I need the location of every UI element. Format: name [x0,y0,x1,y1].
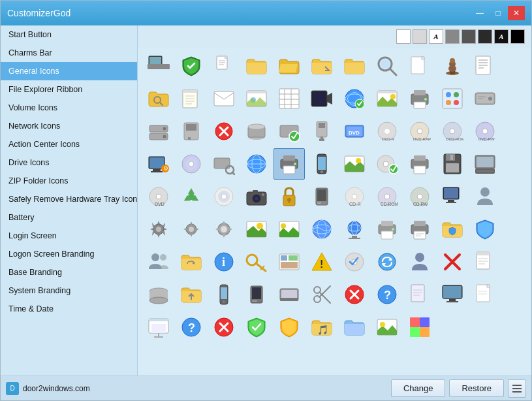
icon-folder-yellow[interactable] [241,50,272,82]
icon-dvd-rom[interactable]: DVD-ROM [437,116,468,147]
icon-photo6[interactable] [371,312,403,343]
change-button[interactable]: Change [391,379,446,397]
icon-music-folder[interactable]: 🎵 [306,312,337,343]
swatch-white[interactable] [396,29,411,44]
sidebar-item-general-icons[interactable]: General Icons [1,62,137,80]
icon-warning[interactable]: ! [306,246,337,278]
maximize-button[interactable]: □ [490,6,507,20]
swatch-darkest[interactable] [478,29,492,44]
close-button[interactable]: ✕ [508,6,525,20]
sidebar-item-login-screen[interactable]: Login Screen [1,227,137,245]
icon-person[interactable] [469,181,501,212]
icon-folder-sync[interactable] [176,246,207,278]
icon-hdd[interactable] [469,83,501,114]
icon-recycle[interactable] [176,181,207,212]
icon-document-lines[interactable] [469,50,501,82]
icon-dvd-ram[interactable]: DVD-RAM [404,116,435,147]
icon-padlock[interactable] [274,181,305,212]
icon-folder-shield[interactable] [437,214,468,245]
icon-document2[interactable] [469,246,501,278]
icon-person2[interactable] [404,246,435,278]
swatch-light-gray[interactable] [413,29,427,44]
restore-button[interactable]: Restore [449,379,504,397]
icon-hdd2[interactable] [143,116,174,147]
icon-shield3[interactable] [241,312,272,343]
sidebar-item-base-branding[interactable]: Base Branding [1,263,137,281]
icon-hdd4[interactable] [143,279,174,310]
icon-circle-arrows[interactable] [371,246,403,278]
icon-drive2[interactable] [241,279,272,310]
icon-network-globe[interactable] [339,214,370,245]
icon-cd-check[interactable] [371,148,403,180]
icon-colors[interactable] [404,312,435,343]
icon-printer-scan[interactable] [404,83,435,114]
icon-monitor-keyboard[interactable] [143,50,174,82]
icon-folder-open[interactable] [274,50,305,82]
icon-question2[interactable]: ? [176,312,207,343]
sidebar-item-safely-remove[interactable]: Safely Remove Hardware Tray Icon [1,190,137,208]
icon-monitor2[interactable] [437,279,468,310]
icon-cd-rom[interactable]: CD-ROM [371,181,403,212]
icon-photo2[interactable] [339,148,370,180]
icon-cd-check2[interactable] [339,246,370,278]
icon-notepad[interactable] [176,83,207,114]
icon-search-folder[interactable] [143,83,174,114]
sidebar-item-drive-icons[interactable]: Drive Icons [1,153,137,172]
icon-scissors[interactable] [306,279,337,310]
icon-gear2[interactable] [176,214,207,245]
icon-printer4[interactable] [404,214,435,245]
icon-hdd-search[interactable] [208,148,240,180]
icon-gear3[interactable] [208,214,240,245]
icon-globe2[interactable] [306,214,337,245]
icon-presentation[interactable] [143,312,174,343]
icon-drive-generic[interactable] [241,116,272,147]
icon-chess-piece[interactable] [437,50,468,82]
icon-floppy[interactable] [437,148,468,180]
sidebar-item-file-explorer-ribbon[interactable]: File Explorer Ribbon [1,80,137,99]
icon-printer-selected[interactable] [274,148,305,180]
icon-folder-arrow[interactable] [306,50,337,82]
icon-shield4[interactable] [274,312,305,343]
icon-photo[interactable] [241,83,272,114]
icon-x-red2[interactable] [437,246,468,278]
icon-checkmark-drive[interactable] [274,116,305,147]
icon-folder-up[interactable] [176,279,207,310]
icon-dvdrw[interactable]: DVD-RW [469,116,501,147]
sidebar-item-volume-icons[interactable]: Volume Icons [1,99,137,117]
icon-photo4[interactable] [274,214,305,245]
icon-dvd2[interactable]: DVD [143,181,174,212]
icon-monitor-blue[interactable] [437,181,468,212]
icon-error-red[interactable] [339,279,370,310]
icon-users[interactable] [143,246,174,278]
swatch-dark-gray[interactable] [462,29,476,44]
icon-drive-blue[interactable]: DVD [339,116,370,147]
icon-mail[interactable] [208,83,240,114]
icon-document-corner[interactable] [404,50,435,82]
icon-x-red[interactable] [208,116,240,147]
icon-dvd-r[interactable]: DVD-R [371,116,403,147]
icon-shield2[interactable] [469,214,501,245]
swatch-text-black[interactable]: A [429,29,443,44]
icon-scanner2[interactable] [274,279,305,310]
icon-photo5[interactable] [274,246,305,278]
icon-printer2[interactable] [404,148,435,180]
icon-removable-drive[interactable] [176,116,207,147]
icon-checkmark-globe[interactable] [339,83,370,114]
swatch-text-white[interactable]: A [494,29,509,44]
icon-usb-drive[interactable] [306,116,337,147]
swatch-black[interactable] [510,29,525,44]
icon-computer-repair[interactable]: ⚙ [143,148,174,180]
icon-dvdrw2[interactable] [176,148,207,180]
icon-hdd3[interactable] [306,181,337,212]
icon-control-panel[interactable] [437,83,468,114]
sidebar-item-zip-folder-icons[interactable]: ZIP Folder Icons [1,172,137,190]
sidebar-item-time-date[interactable]: Time & Date [1,300,137,318]
icon-document3[interactable] [404,279,435,310]
icon-gear-settings[interactable] [143,214,174,245]
sidebar-item-start-button[interactable]: Start Button [1,25,137,44]
icon-phone2[interactable] [208,279,240,310]
icon-camera[interactable] [241,181,272,212]
sidebar-item-battery[interactable]: Battery [1,208,137,227]
icon-shield[interactable] [176,50,207,82]
icon-globe-network[interactable] [241,148,272,180]
